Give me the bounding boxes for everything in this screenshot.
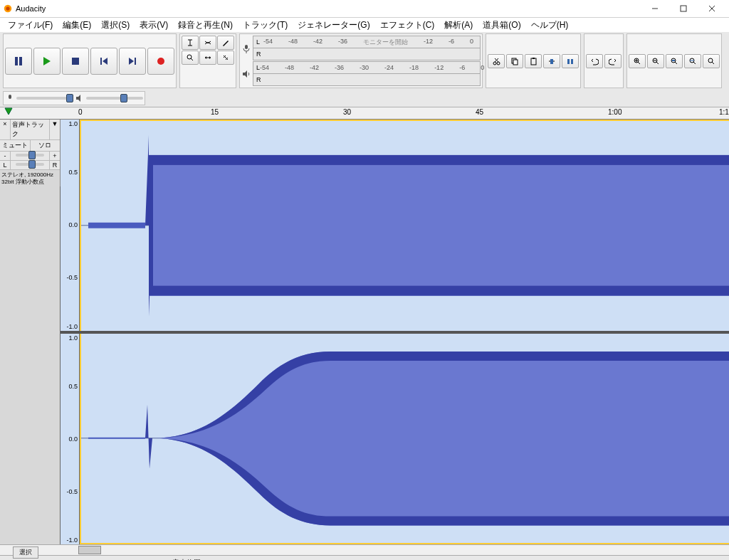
mic-icon: [5, 93, 15, 103]
envelope-tool[interactable]: [199, 36, 216, 50]
track-control-panel: ×音声トラック▼ ミュートソロ -+ LR ステレオ, 192000Hz32bi…: [0, 120, 61, 544]
svg-line-47: [656, 62, 659, 64]
multi-tool[interactable]: [217, 51, 234, 65]
track-name[interactable]: 音声トラック: [11, 120, 50, 139]
menu-help[interactable]: ヘルプ(H): [526, 19, 574, 31]
paste-button[interactable]: [525, 54, 542, 68]
svg-marker-57: [76, 95, 80, 102]
waveform-channel-right[interactable]: 1.00.50.0-0.5-1.0: [61, 334, 729, 545]
mixer-toolbar: [3, 91, 145, 105]
svg-point-28: [493, 62, 496, 65]
trim-button[interactable]: [543, 54, 560, 68]
horizontal-scrollbar[interactable]: [0, 544, 729, 555]
playback-meter-r[interactable]: R: [253, 74, 481, 86]
skip-start-button[interactable]: [90, 48, 117, 75]
svg-marker-58: [5, 108, 12, 115]
svg-line-49: [675, 62, 677, 64]
playback-volume-slider[interactable]: [86, 97, 143, 100]
undo-button[interactable]: [586, 54, 603, 68]
svg-marker-11: [103, 58, 107, 65]
record-meter-r[interactable]: R: [253, 48, 481, 60]
menu-tracks[interactable]: トラック(T): [238, 19, 293, 31]
speaker-icon: [241, 69, 251, 79]
svg-marker-21: [205, 56, 206, 59]
menu-transport[interactable]: 録音と再生(N): [173, 19, 238, 31]
record-meter[interactable]: L -54-48-42-36モニターを開始-12-60: [253, 36, 481, 48]
svg-rect-65: [149, 160, 153, 295]
zoom-tool[interactable]: [182, 51, 199, 65]
track-select-button[interactable]: 選択: [13, 546, 38, 559]
skip-end-button[interactable]: [119, 48, 146, 75]
svg-rect-40: [571, 59, 573, 64]
play-button[interactable]: [33, 48, 61, 75]
svg-rect-9: [72, 58, 79, 65]
menubar: ファイル(F) 編集(E) 選択(S) 表示(V) 録音と再生(N) トラック(…: [0, 18, 729, 32]
menu-edit[interactable]: 編集(E): [58, 19, 96, 31]
maximize-button[interactable]: [669, 1, 698, 16]
svg-rect-6: [15, 57, 18, 65]
fit-selection-button[interactable]: [666, 54, 683, 68]
svg-point-14: [157, 58, 164, 65]
mute-button[interactable]: ミュート: [0, 140, 31, 151]
draw-tool[interactable]: [217, 36, 234, 50]
svg-marker-12: [129, 58, 134, 65]
timeshift-tool[interactable]: [199, 51, 216, 65]
track-area: ×音声トラック▼ ミュートソロ -+ LR ステレオ, 192000Hz32bi…: [0, 120, 729, 544]
svg-line-52: [693, 62, 696, 64]
stop-button[interactable]: [62, 48, 89, 75]
menu-view[interactable]: 表示(V): [135, 19, 173, 31]
cut-button[interactable]: [488, 54, 505, 68]
playback-meter[interactable]: L -54-48-42-36-30-24-18-12-60: [253, 61, 481, 74]
svg-rect-33: [513, 60, 518, 65]
menu-effect[interactable]: エフェクト(C): [375, 19, 440, 31]
svg-rect-10: [100, 58, 102, 65]
svg-rect-7: [19, 57, 22, 65]
pan-slider[interactable]: [11, 161, 50, 169]
copy-button[interactable]: [506, 54, 523, 68]
redo-button[interactable]: [604, 54, 622, 68]
menu-select[interactable]: 選択(S): [96, 19, 135, 31]
svg-line-44: [638, 62, 640, 64]
meter-r-label: R: [256, 51, 263, 58]
track-info-2: 32bit 浮動小数点: [1, 179, 58, 186]
fit-project-button[interactable]: [684, 54, 701, 68]
svg-marker-8: [43, 57, 51, 65]
svg-point-29: [497, 62, 500, 65]
zoom-in-button[interactable]: [629, 54, 646, 68]
record-button[interactable]: [147, 48, 174, 75]
svg-marker-22: [209, 56, 211, 59]
svg-rect-34: [531, 58, 536, 65]
waveform-channel-left[interactable]: 1.00.50.0-0.5-1.0: [61, 120, 729, 331]
svg-marker-68: [145, 404, 152, 468]
track-close-button[interactable]: ×: [0, 120, 11, 139]
undo-toolbar: [584, 33, 624, 88]
selection-tool[interactable]: [182, 36, 199, 50]
record-volume-slider[interactable]: [16, 97, 73, 100]
track-menu-button[interactable]: ▼: [50, 120, 60, 139]
menu-tools[interactable]: 道具箱(O): [478, 19, 525, 31]
timeline-ruler[interactable]: 01530451:001:15: [0, 107, 729, 120]
svg-line-23: [224, 56, 228, 60]
pause-button[interactable]: [5, 48, 32, 75]
menu-analyze[interactable]: 解析(A): [439, 19, 478, 31]
minimize-button[interactable]: [641, 1, 669, 16]
toolbar-dock: L -54-48-42-36モニターを開始-12-60 R L -54-48-4…: [0, 32, 729, 107]
svg-rect-62: [149, 155, 729, 296]
svg-rect-63: [149, 155, 729, 165]
zoom-toggle-button[interactable]: [703, 54, 720, 68]
menu-generate[interactable]: ジェネレーター(G): [293, 19, 374, 31]
menu-file[interactable]: ファイル(F): [3, 19, 58, 31]
close-button[interactable]: [698, 1, 726, 16]
zoom-out-button[interactable]: [647, 54, 664, 68]
silence-button[interactable]: [562, 54, 579, 68]
mic-icon: [241, 43, 251, 53]
track-info-1: ステレオ, 192000Hz: [1, 171, 58, 179]
speaker-icon: [75, 93, 85, 103]
edit-toolbar: [486, 33, 581, 88]
solo-button[interactable]: ソロ: [31, 140, 61, 151]
gain-slider[interactable]: [11, 152, 50, 160]
app-icon: [3, 4, 13, 14]
svg-rect-50: [672, 60, 675, 61]
svg-rect-3: [681, 6, 686, 11]
svg-line-19: [191, 58, 193, 60]
